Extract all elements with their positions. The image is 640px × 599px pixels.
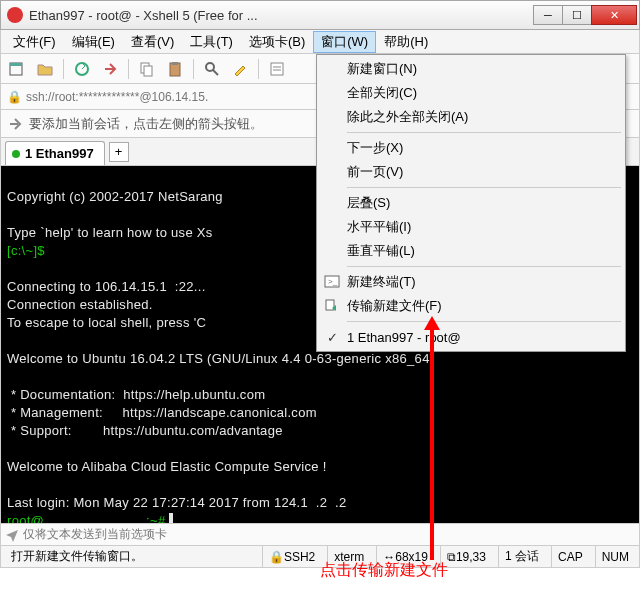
menu-window[interactable]: 窗口(W)	[313, 31, 376, 53]
tab-label: 1 Ethan997	[25, 146, 94, 161]
status-num: NUM	[595, 546, 635, 567]
status-size: ↔ 68x19	[376, 546, 434, 567]
titlebar: Ethan997 - root@ - Xshell 5 (Free for ..…	[0, 0, 640, 30]
new-tab-button[interactable]: +	[109, 142, 129, 162]
annotation-arrow-icon	[430, 320, 434, 560]
terminal-line: Copyright (c) 2002-2017 NetSarang	[7, 189, 223, 204]
lock-icon: 🔒	[7, 90, 22, 104]
terminal-line: * Management: https://landscape.canonica…	[7, 405, 317, 420]
svg-rect-4	[144, 66, 152, 76]
menu-separator	[347, 132, 621, 133]
address-text: ssh://root:*************@106.14.15.	[26, 90, 208, 104]
toolbar-separator	[258, 59, 259, 79]
menu-edit[interactable]: 编辑(E)	[64, 31, 123, 53]
terminal-line: Welcome to Ubuntu 16.04.2 LTS (GNU/Linux…	[7, 351, 434, 366]
window-title: Ethan997 - root@ - Xshell 5 (Free for ..…	[29, 8, 534, 23]
menu-next[interactable]: 下一步(X)	[319, 136, 623, 160]
menu-close-all[interactable]: 全部关闭(C)	[319, 81, 623, 105]
status-pos: ⧉ 19,33	[440, 546, 492, 567]
window-buttons: ─ ☐ ✕	[534, 5, 637, 25]
menu-close-others[interactable]: 除此之外全部关闭(A)	[319, 105, 623, 129]
terminal-line: * Support: https://ubuntu.com/advantage	[7, 423, 283, 438]
status-bar: 打开新建文件传输窗口。 🔒 SSH2 xterm ↔ 68x19 ⧉ 19,33…	[0, 546, 640, 568]
toolbar-separator	[63, 59, 64, 79]
menu-separator	[347, 321, 621, 322]
terminal-prompt: root@	[7, 513, 44, 524]
svg-point-7	[206, 63, 214, 71]
terminal-line: Connection established.	[7, 297, 153, 312]
status-sessions: 1 会话	[498, 546, 545, 567]
menu-tools[interactable]: 工具(T)	[182, 31, 241, 53]
arrow-hint-icon	[7, 115, 25, 133]
window-menu-dropdown: 新建窗口(N) 全部关闭(C) 除此之外全部关闭(A) 下一步(X) 前一页(V…	[316, 54, 626, 352]
menu-separator	[347, 187, 621, 188]
cursor-icon	[169, 513, 173, 524]
menu-prev[interactable]: 前一页(V)	[319, 160, 623, 184]
highlight-icon[interactable]	[230, 59, 250, 79]
minimize-button[interactable]: ─	[533, 5, 563, 25]
app-icon	[7, 7, 23, 23]
send-bar: 仅将文本发送到当前选项卡	[0, 524, 640, 546]
menubar: 文件(F) 编辑(E) 查看(V) 工具(T) 选项卡(B) 窗口(W) 帮助(…	[0, 30, 640, 54]
copy-icon[interactable]	[137, 59, 157, 79]
svg-text:>_: >_	[328, 277, 338, 286]
terminal-prompt: :~#	[146, 513, 169, 524]
send-text: 仅将文本发送到当前选项卡	[23, 526, 167, 543]
terminal-line: Last login: Mon May 22 17:27:14 2017 fro…	[7, 495, 347, 510]
terminal-line: To escape to local shell, press 'C	[7, 315, 206, 330]
open-icon[interactable]	[35, 59, 55, 79]
status-message: 打开新建文件传输窗口。	[5, 546, 256, 567]
svg-rect-9	[271, 63, 283, 75]
disconnect-icon[interactable]	[100, 59, 120, 79]
menu-tile-horizontal[interactable]: 水平平铺(I)	[319, 215, 623, 239]
svg-line-8	[213, 70, 218, 75]
properties-icon[interactable]	[267, 59, 287, 79]
status-ssh: 🔒 SSH2	[262, 546, 321, 567]
terminal-icon: >_	[323, 273, 341, 291]
terminal-line: Welcome to Alibaba Cloud Elastic Compute…	[7, 459, 327, 474]
toolbar-separator	[128, 59, 129, 79]
hint-text: 要添加当前会话，点击左侧的箭头按钮。	[29, 115, 263, 133]
menu-cascade[interactable]: 层叠(S)	[319, 191, 623, 215]
reconnect-icon[interactable]	[72, 59, 92, 79]
close-button[interactable]: ✕	[591, 5, 637, 25]
menu-new-terminal[interactable]: >_ 新建终端(T)	[319, 270, 623, 294]
status-term: xterm	[327, 546, 370, 567]
menu-session-item[interactable]: 1 Ethan997 - root@	[319, 325, 623, 349]
svg-rect-1	[10, 63, 22, 66]
menu-view[interactable]: 查看(V)	[123, 31, 182, 53]
new-session-icon[interactable]	[7, 59, 27, 79]
menu-new-window[interactable]: 新建窗口(N)	[319, 57, 623, 81]
session-tab[interactable]: 1 Ethan997	[5, 141, 105, 165]
terminal-line: * Documentation: https://help.ubuntu.com	[7, 387, 265, 402]
menu-separator	[347, 266, 621, 267]
terminal-line: Connecting to 106.14.15.1 :22...	[7, 279, 206, 294]
maximize-button[interactable]: ☐	[562, 5, 592, 25]
terminal-prompt: [c:\~]$	[7, 243, 45, 258]
status-cap: CAP	[551, 546, 589, 567]
terminal-line: Type `help' to learn how to use Xs	[7, 225, 213, 240]
menu-options[interactable]: 选项卡(B)	[241, 31, 313, 53]
file-transfer-icon	[323, 297, 341, 315]
svg-rect-6	[172, 62, 178, 65]
search-icon[interactable]	[202, 59, 222, 79]
menu-tile-vertical[interactable]: 垂直平铺(L)	[319, 239, 623, 263]
menu-file[interactable]: 文件(F)	[5, 31, 64, 53]
menu-new-file-transfer[interactable]: 传输新建文件(F)	[319, 294, 623, 318]
send-icon	[5, 528, 19, 542]
status-dot-icon	[12, 150, 20, 158]
paste-icon[interactable]	[165, 59, 185, 79]
menu-help[interactable]: 帮助(H)	[376, 31, 436, 53]
toolbar-separator	[193, 59, 194, 79]
